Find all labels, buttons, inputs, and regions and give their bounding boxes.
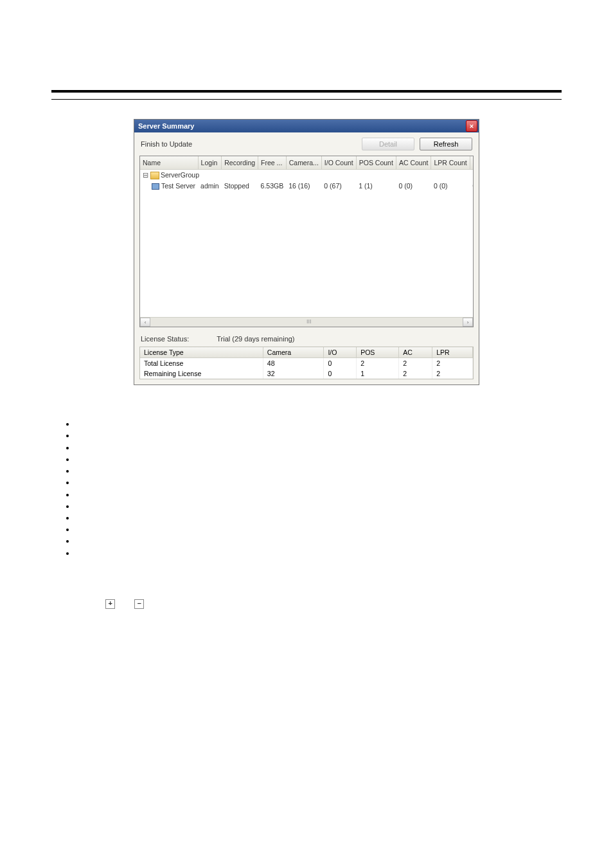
col-tz[interactable]: Time Zone xyxy=(470,156,474,170)
col-free[interactable]: Free ... xyxy=(258,156,287,170)
lic-col-cam[interactable]: Camera xyxy=(263,347,324,358)
server-summary-dialog: Server Summary × Finish to Update Detail… xyxy=(134,119,479,385)
col-pos[interactable]: POS Count xyxy=(356,156,396,170)
cell-tz: GMT+08:00 xyxy=(470,181,474,191)
lic-row-remaining: Remaining License 32 0 1 2 2 xyxy=(140,368,473,379)
fields-list: Name: the name of the server Login: the … xyxy=(58,419,555,559)
list-item: Camera Count: the number of cameras bein… xyxy=(76,466,555,477)
list-item: Name: the name of the server xyxy=(76,419,555,430)
close-icon[interactable]: × xyxy=(466,120,477,132)
detail-button: Detail xyxy=(362,138,414,150)
col-name[interactable]: Name xyxy=(140,156,198,170)
list-item: License Type: the type and the amount of… xyxy=(76,548,555,559)
para-2: Click on the + and – sign on server list… xyxy=(58,598,555,610)
list-item: Free Space: used for recording xyxy=(76,454,555,466)
list-item: LPR Count: the number of LPR devices occ… xyxy=(76,512,555,524)
list-item: Recording: the recording status of the s… xyxy=(76,442,555,454)
cell-login: admin xyxy=(198,181,222,191)
list-item: P OS Count : the number of P OS devices … xyxy=(76,489,555,501)
list-item: Time Zone: the time zone the server is l… xyxy=(76,524,555,536)
cell-ac: 0 (0) xyxy=(396,181,431,191)
lic-col-lpr[interactable]: LPR xyxy=(432,347,473,358)
table-header-row: Name Login Recording Free ... Camera... … xyxy=(140,156,474,170)
cell-lpr: 0 (0) xyxy=(431,181,470,191)
server-row[interactable]: Test Server admin Stopped 6.53GB 16 (16)… xyxy=(140,181,474,191)
cell-recording: Stopped xyxy=(222,181,258,191)
group-row[interactable]: ServerGroup xyxy=(140,170,474,181)
server-name: Test Server xyxy=(161,182,195,190)
license-status-label: License Status: xyxy=(141,335,189,343)
cell-pos: 1 (1) xyxy=(356,181,396,191)
license-status-value: Trial (29 days remaining) xyxy=(217,335,294,343)
scroll-right-icon[interactable]: › xyxy=(463,318,473,327)
lic-col-pos[interactable]: POS xyxy=(357,347,399,358)
list-item: Login: the account name used to login th… xyxy=(76,430,555,442)
cell-free: 6.53GB xyxy=(258,181,287,191)
dialog-title-bar: Server Summary × xyxy=(134,120,479,132)
server-table: Name Login Recording Free ... Camera... … xyxy=(139,156,474,327)
col-lpr[interactable]: LPR Count xyxy=(431,156,470,170)
folder-icon xyxy=(150,172,159,179)
cell-camera: 16 (16) xyxy=(286,181,321,191)
section-heading: 2.3.2 Add Group xyxy=(58,568,555,580)
lic-col-ac[interactable]: AC xyxy=(399,347,432,358)
col-io[interactable]: I/O Count xyxy=(321,156,356,170)
fields-intro: The fields are described as below: xyxy=(58,404,555,416)
lic-row-total: Total License 48 0 2 2 2 xyxy=(140,358,473,369)
scroll-left-icon[interactable]: ‹ xyxy=(140,318,150,327)
group-name: ServerGroup xyxy=(161,171,199,179)
cell-io: 0 (67) xyxy=(321,181,356,191)
list-item: I/O Count: the number of I/O devices occ… xyxy=(76,477,555,489)
server-icon xyxy=(152,183,159,190)
refresh-button[interactable]: Refresh xyxy=(420,138,472,150)
lic-col-type[interactable]: License Type xyxy=(140,347,263,358)
dialog-title: Server Summary xyxy=(138,122,194,130)
list-item: License Status: the status of current li… xyxy=(76,536,555,547)
update-status: Finish to Update xyxy=(141,140,357,148)
lic-col-io[interactable]: I/O xyxy=(324,347,357,358)
col-login[interactable]: Login xyxy=(198,156,222,170)
license-table: License Type Camera I/O POS AC LPR Total… xyxy=(139,347,474,379)
plus-icon: + xyxy=(105,599,115,609)
col-camera[interactable]: Camera... xyxy=(286,156,321,170)
list-item: AC Count: the number of AC devices occup… xyxy=(76,501,555,512)
col-ac[interactable]: AC Count xyxy=(396,156,431,170)
h-scrollbar[interactable]: ‹ III › xyxy=(140,317,473,327)
col-recording[interactable]: Recording xyxy=(222,156,258,170)
minus-icon: – xyxy=(134,599,144,609)
para-1: User may create Group to place multiple … xyxy=(58,580,555,592)
